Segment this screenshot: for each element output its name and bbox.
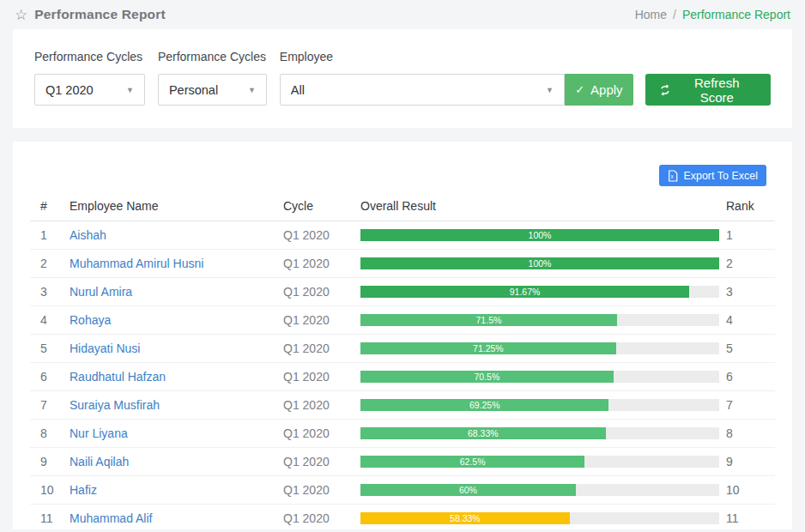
employee-name-link[interactable]: Suraiya Musfirah bbox=[70, 398, 160, 412]
rank-value: 4 bbox=[726, 306, 775, 335]
employee-select[interactable]: All ▼ bbox=[280, 74, 565, 106]
result-percentage-label: 58.33% bbox=[450, 512, 481, 524]
result-progress-track: 71.25% bbox=[360, 342, 719, 354]
check-icon: ✓ bbox=[575, 83, 584, 96]
result-percentage-label: 71.25% bbox=[473, 342, 504, 354]
employee-name-link[interactable]: Rohaya bbox=[70, 313, 111, 327]
result-percentage-label: 91.67% bbox=[510, 286, 541, 298]
breadcrumb-home-link[interactable]: Home bbox=[635, 8, 667, 21]
cycle-select[interactable]: Q1 2020 ▼ bbox=[34, 74, 145, 106]
row-index: 5 bbox=[30, 335, 70, 363]
rank-value: 2 bbox=[726, 250, 775, 278]
table-row: 6 Raudhatul Hafzan Q1 2020 70.5% 6 bbox=[30, 363, 775, 391]
row-index: 7 bbox=[30, 391, 70, 420]
result-percentage-label: 68.33% bbox=[468, 427, 499, 439]
result-progress-track: 91.67% bbox=[360, 286, 719, 298]
result-progress-bar: 69.25% bbox=[360, 399, 608, 411]
breadcrumb-separator: / bbox=[673, 8, 676, 21]
employee-name-link[interactable]: Nur Liyana bbox=[70, 426, 128, 440]
employee-name-link[interactable]: Muhammad Amirul Husni bbox=[70, 257, 203, 270]
employee-select-value: All bbox=[291, 83, 305, 97]
row-index: 1 bbox=[30, 221, 70, 250]
cycle-value: Q1 2020 bbox=[283, 391, 360, 420]
col-header-employee-name: Employee Name bbox=[70, 194, 283, 221]
chevron-down-icon: ▼ bbox=[248, 86, 256, 94]
cycle-value: Q1 2020 bbox=[283, 250, 360, 278]
row-index: 6 bbox=[30, 363, 70, 391]
result-progress-bar: 100% bbox=[360, 257, 719, 269]
employee-name-link[interactable]: Aishah bbox=[70, 228, 106, 242]
result-progress-bar: 60% bbox=[360, 484, 576, 496]
breadcrumb-current: Performance Report bbox=[682, 8, 790, 21]
top-bar: ☆ Performance Report Home / Performance … bbox=[0, 0, 805, 29]
type-filter-label: Performance Cycles bbox=[158, 50, 267, 63]
employee-name-link[interactable]: Raudhatul Hafzan bbox=[70, 370, 166, 384]
chevron-down-icon: ▼ bbox=[546, 86, 554, 94]
row-index: 2 bbox=[30, 250, 70, 278]
cycle-value: Q1 2020 bbox=[283, 221, 360, 250]
cycle-value: Q1 2020 bbox=[283, 476, 360, 505]
excel-file-icon: x bbox=[668, 170, 678, 182]
employee-filter-label: Employee bbox=[280, 50, 565, 63]
result-progress-track: 58.33% bbox=[360, 512, 719, 524]
row-index: 3 bbox=[30, 278, 70, 306]
performance-table: # Employee Name Cycle Overall Result Ran… bbox=[30, 194, 775, 532]
employee-name-link[interactable]: Hidayati Nusi bbox=[70, 342, 140, 355]
col-header-rank: Rank bbox=[726, 194, 775, 221]
rank-value: 8 bbox=[726, 420, 775, 448]
type-select[interactable]: Personal ▼ bbox=[158, 74, 267, 106]
rank-value: 10 bbox=[726, 476, 775, 505]
row-index: 9 bbox=[30, 448, 70, 476]
result-progress-bar: 62.5% bbox=[360, 456, 584, 468]
col-header-overall-result: Overall Result bbox=[360, 194, 726, 221]
chevron-down-icon: ▼ bbox=[126, 86, 134, 94]
result-progress-bar: 68.33% bbox=[360, 427, 606, 439]
employee-name-link[interactable]: Hafiz bbox=[70, 483, 97, 497]
result-progress-track: 71.5% bbox=[360, 314, 719, 326]
rank-value: 9 bbox=[726, 448, 775, 476]
employee-name-link[interactable]: Naili Aqilah bbox=[70, 455, 129, 469]
result-progress-track: 100% bbox=[360, 257, 719, 269]
rank-value: 1 bbox=[726, 221, 775, 250]
table-row: 10 Hafiz Q1 2020 60% 10 bbox=[30, 476, 775, 505]
apply-button[interactable]: ✓ Apply bbox=[565, 74, 633, 106]
page-title: Performance Report bbox=[34, 7, 166, 22]
table-row: 9 Naili Aqilah Q1 2020 62.5% 9 bbox=[30, 448, 775, 476]
result-percentage-label: 60% bbox=[459, 484, 477, 496]
cycle-filter-label: Performance Cycles bbox=[34, 50, 145, 63]
result-progress-bar: 70.5% bbox=[360, 371, 614, 383]
table-row: 8 Nur Liyana Q1 2020 68.33% 8 bbox=[30, 420, 775, 448]
table-row: 3 Nurul Amira Q1 2020 91.67% 3 bbox=[30, 278, 775, 306]
table-row: 4 Rohaya Q1 2020 71.5% 4 bbox=[30, 306, 775, 335]
cycle-select-value: Q1 2020 bbox=[45, 83, 94, 97]
result-progress-bar: 71.5% bbox=[360, 314, 617, 326]
cycle-value: Q1 2020 bbox=[283, 505, 360, 532]
result-percentage-label: 70.5% bbox=[474, 371, 499, 383]
export-to-excel-label: Export To Excel bbox=[683, 170, 758, 182]
result-progress-track: 60% bbox=[360, 484, 719, 496]
filter-panel: Performance Cycles Q1 2020 ▼ Performance… bbox=[13, 29, 792, 128]
table-header-row: # Employee Name Cycle Overall Result Ran… bbox=[30, 194, 775, 221]
report-table-body: 1 Aishah Q1 2020 100% 1 2 Muhammad Amiru… bbox=[30, 221, 775, 532]
svg-text:x: x bbox=[671, 173, 675, 179]
table-row: 2 Muhammad Amirul Husni Q1 2020 100% 2 bbox=[30, 250, 775, 278]
cycle-value: Q1 2020 bbox=[283, 278, 360, 306]
result-progress-bar: 71.25% bbox=[360, 342, 616, 354]
row-index: 8 bbox=[30, 420, 70, 448]
report-panel: x Export To Excel # Employee Name Cycle … bbox=[13, 142, 792, 529]
type-select-value: Personal bbox=[169, 83, 218, 97]
breadcrumb: Home / Performance Report bbox=[635, 8, 790, 21]
row-index: 4 bbox=[30, 306, 70, 335]
cycle-value: Q1 2020 bbox=[283, 363, 360, 391]
refresh-score-button[interactable]: Refresh Score bbox=[645, 74, 771, 106]
export-to-excel-button[interactable]: x Export To Excel bbox=[659, 165, 766, 186]
result-percentage-label: 71.5% bbox=[476, 314, 502, 326]
result-progress-track: 68.33% bbox=[360, 427, 719, 439]
table-row: 11 Muhammad Alif Q1 2020 58.33% 11 bbox=[30, 505, 775, 532]
apply-button-label: Apply bbox=[590, 82, 623, 97]
employee-name-link[interactable]: Muhammad Alif bbox=[70, 511, 152, 525]
table-row: 1 Aishah Q1 2020 100% 1 bbox=[30, 221, 775, 250]
refresh-icon bbox=[659, 84, 671, 96]
employee-name-link[interactable]: Nurul Amira bbox=[70, 285, 132, 299]
star-icon[interactable]: ☆ bbox=[15, 8, 27, 22]
